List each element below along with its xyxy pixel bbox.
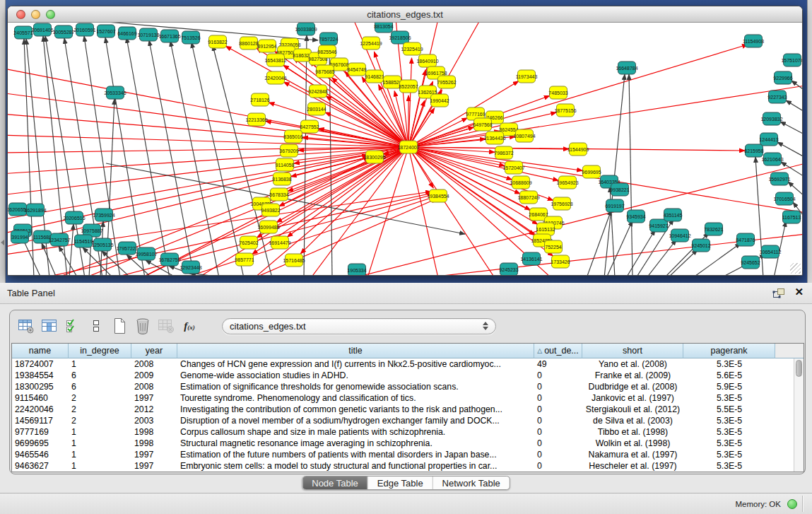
- table-cell[interactable]: Structural magnetic resonance image aver…: [177, 438, 534, 448]
- tab-node-table[interactable]: Node Table: [302, 477, 368, 489]
- table-cell[interactable]: 0: [534, 450, 582, 460]
- network-node[interactable]: 9245012: [691, 239, 710, 252]
- network-node[interactable]: 9875685: [315, 65, 334, 78]
- memory-status-indicator[interactable]: [787, 499, 797, 509]
- network-node[interactable]: 6497568: [473, 118, 492, 131]
- network-node[interactable]: 8860128: [239, 37, 258, 49]
- row-height-button[interactable]: [87, 317, 105, 335]
- table-cell[interactable]: 0: [534, 370, 582, 380]
- tab-edge-table[interactable]: Edge Table: [368, 477, 433, 489]
- table-cell[interactable]: 1997: [131, 461, 177, 471]
- table-cell[interactable]: 2: [69, 393, 131, 403]
- network-node[interactable]: 20206516: [63, 211, 85, 224]
- show-columns-button[interactable]: [40, 317, 59, 335]
- network-node[interactable]: 12254419: [360, 37, 382, 49]
- network-node[interactable]: 6466169: [117, 27, 136, 40]
- table-cell[interactable]: 1998: [131, 427, 177, 437]
- function-builder-button[interactable]: f(x): [180, 317, 199, 335]
- network-node[interactable]: 16648784: [616, 62, 637, 74]
- table-cell[interactable]: 6: [69, 382, 131, 392]
- table-cell[interactable]: 5.3E-5: [683, 427, 775, 437]
- table-row[interactable]: 2242004622012Investigating the contribut…: [12, 404, 794, 415]
- network-node[interactable]: 19756928: [551, 197, 572, 210]
- table-cell[interactable]: 2012: [131, 404, 177, 414]
- network-node[interactable]: 7955262: [437, 76, 456, 88]
- network-node[interactable]: 19384554: [427, 189, 449, 202]
- network-node[interactable]: 20160591: [73, 23, 95, 36]
- table-cell[interactable]: 5.3E-5: [683, 393, 775, 403]
- network-node[interactable]: 8813054: [374, 23, 393, 33]
- window-resize-grip[interactable]: [790, 263, 801, 274]
- network-node[interactable]: 4351145: [664, 209, 683, 221]
- table-cell[interactable]: 5.3E-5: [683, 461, 775, 471]
- column-header-out_de[interactable]: △out_de...: [534, 344, 582, 358]
- network-node[interactable]: 21364436: [483, 132, 505, 144]
- network-node[interactable]: 5678334: [269, 188, 288, 201]
- tab-network-table[interactable]: Network Table: [433, 477, 510, 489]
- table-cell[interactable]: 18300295: [12, 382, 69, 392]
- table-cell[interactable]: Jankovic et al. (1997): [582, 393, 683, 403]
- table-settings-button[interactable]: [17, 317, 35, 335]
- network-node[interactable]: 16210643: [761, 153, 783, 165]
- table-cell[interactable]: Franke et al. (2009): [582, 370, 683, 380]
- network-node[interactable]: 15720407: [502, 161, 524, 174]
- network-node[interactable]: 7857224: [319, 33, 338, 45]
- network-node[interactable]: 15751074: [781, 54, 802, 66]
- network-node[interactable]: 8522057: [399, 80, 418, 93]
- network-node[interactable]: 1154519: [74, 235, 93, 247]
- table-cell[interactable]: 6: [69, 370, 131, 380]
- network-node[interactable]: 8454749: [347, 63, 366, 76]
- network-node[interactable]: 1244413: [759, 133, 778, 146]
- table-cell[interactable]: 1: [69, 427, 131, 437]
- network-node[interactable]: 6919197: [605, 199, 624, 212]
- table-cell[interactable]: 0: [534, 382, 582, 392]
- table-cell[interactable]: Investigating the contribution of common…: [177, 404, 534, 414]
- network-node[interactable]: 10807494: [513, 129, 535, 142]
- table-cell[interactable]: Dudbridge et al. (2008): [582, 382, 683, 392]
- table-cell[interactable]: 5.6E-5: [683, 370, 775, 380]
- network-node[interactable]: 9825546: [317, 45, 336, 58]
- table-row[interactable]: 1872400712008Changes of HCN gene express…: [12, 358, 794, 370]
- table-cell[interactable]: 9115460: [12, 393, 69, 403]
- network-node[interactable]: 8912954: [257, 40, 276, 52]
- table-cell[interactable]: Hescheler et al. (1997): [582, 461, 683, 471]
- table-row[interactable]: 969969511998Structural magnetic resonanc…: [12, 438, 794, 449]
- network-node[interactable]: 7625402: [239, 236, 258, 249]
- network-node[interactable]: 10654112: [760, 245, 782, 258]
- table-cell[interactable]: 2003: [131, 416, 177, 426]
- network-canvas[interactable]: 2405571206914061005528720160591152760764…: [8, 23, 802, 275]
- network-nodes[interactable]: 2405571206914061005528720160591152760764…: [8, 23, 802, 275]
- zoom-window-button[interactable]: [46, 10, 55, 19]
- network-node[interactable]: 22420046: [264, 71, 286, 84]
- table-row[interactable]: 946554611997Estimation of the future num…: [12, 449, 794, 460]
- network-node[interactable]: 10946412: [669, 229, 690, 242]
- table-cell[interactable]: 0: [534, 416, 582, 426]
- table-cell[interactable]: 0: [534, 427, 582, 437]
- table-cell[interactable]: 0: [534, 438, 582, 448]
- network-node[interactable]: 16782759: [158, 253, 180, 266]
- network-node[interactable]: 15716485: [283, 254, 305, 267]
- column-header-year[interactable]: year: [131, 344, 177, 358]
- column-header-short[interactable]: short: [582, 344, 683, 358]
- table-row[interactable]: 946362711997Embryonic stem cells: a mode…: [12, 460, 794, 472]
- table-cell[interactable]: Corpus callosum shape and size in male p…: [177, 427, 534, 437]
- collapsed-control-panel-strip[interactable]: [0, 0, 6, 283]
- network-node[interactable]: 8427552: [300, 120, 319, 133]
- network-node[interactable]: 10055287: [52, 25, 74, 38]
- table-cell[interactable]: 1: [69, 359, 131, 369]
- network-node[interactable]: 20691406: [31, 23, 53, 36]
- network-node[interactable]: 14136141: [520, 252, 542, 265]
- network-node[interactable]: 10688609: [510, 176, 531, 189]
- network-node[interactable]: 9242848: [308, 85, 327, 98]
- network-node[interactable]: 752254: [545, 240, 563, 253]
- network-node[interactable]: 16671365: [158, 30, 180, 42]
- table-cell[interactable]: 22420046: [12, 404, 69, 414]
- table-cell[interactable]: 2: [69, 416, 131, 426]
- table-cell[interactable]: 9777169: [12, 427, 69, 437]
- table-row[interactable]: 1456911722003Disruption of a novel membe…: [12, 415, 794, 426]
- table-cell[interactable]: Embryonic stem cells: a model to study s…: [177, 461, 534, 471]
- close-window-button[interactable]: [16, 10, 25, 19]
- table-cell[interactable]: 5.3E-5: [683, 359, 775, 369]
- table-cell[interactable]: Estimation of significance thresholds fo…: [177, 382, 534, 392]
- network-node[interactable]: 16033809: [295, 23, 317, 35]
